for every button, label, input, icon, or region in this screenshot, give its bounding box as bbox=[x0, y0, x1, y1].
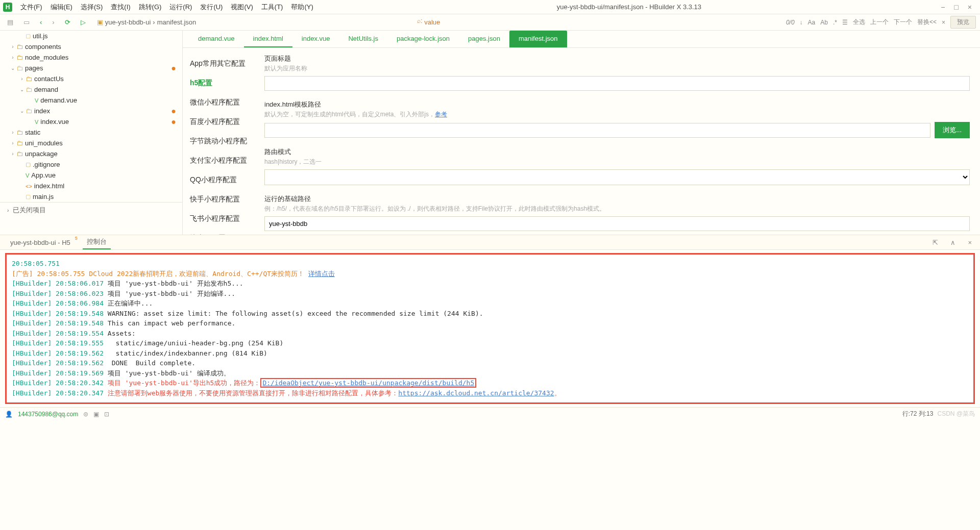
search-input[interactable] bbox=[422, 17, 565, 27]
closed-projects-label: 已关闭项目 bbox=[13, 206, 46, 214]
folder-icon: 🗀 bbox=[26, 86, 32, 93]
open-file-icon[interactable]: ▭ bbox=[20, 18, 33, 26]
menu-0[interactable]: 文件(F) bbox=[16, 3, 46, 11]
tree-item-node_modules[interactable]: ›🗀node_modules bbox=[0, 52, 182, 63]
run-icon[interactable]: ▷ bbox=[78, 18, 89, 26]
config-nav-8[interactable]: 飞书小程序配置 bbox=[183, 209, 254, 229]
tree-label: index bbox=[34, 107, 50, 115]
config-content: 页面标题 默认为应用名称 index.html模板路径 默认为空，可定制生成的h… bbox=[254, 48, 980, 235]
tree-item-main.js[interactable]: ▢main.js bbox=[0, 191, 182, 202]
back-icon[interactable]: ‹ bbox=[37, 18, 45, 26]
close-search-button[interactable]: × bbox=[942, 19, 945, 26]
status-icon-3[interactable]: ⊡ bbox=[104, 411, 109, 418]
config-nav-3[interactable]: 百度小程序配置 bbox=[183, 112, 254, 132]
chevron-icon: › bbox=[18, 76, 26, 82]
close-button[interactable]: × bbox=[968, 3, 972, 11]
minimize-button[interactable]: − bbox=[941, 3, 945, 11]
tree-item-static[interactable]: ›🗀static bbox=[0, 127, 182, 138]
config-nav-4[interactable]: 字节跳动小程序配 bbox=[183, 132, 254, 151]
tab-package-lock.json[interactable]: package-lock.json bbox=[387, 31, 459, 47]
down-arrow-icon[interactable]: ↓ bbox=[800, 19, 803, 26]
user-email[interactable]: 1443750986@qq.com bbox=[18, 411, 78, 418]
preview-button[interactable]: 预览 bbox=[950, 16, 976, 29]
panel-badge: 5 bbox=[75, 236, 78, 241]
tree-item-components[interactable]: ›🗀components bbox=[0, 41, 182, 52]
config-nav-2[interactable]: 微信小程序配置 bbox=[183, 93, 254, 112]
options-icon[interactable]: ☰ bbox=[842, 19, 848, 26]
panel-tab-build[interactable]: yue-yst-bbdb-ui - H55 bbox=[6, 237, 75, 248]
cursor-position: 行:72 列:13 bbox=[902, 410, 934, 418]
tab-demand.vue[interactable]: demand.vue bbox=[189, 31, 244, 47]
tree-label: demand bbox=[34, 86, 58, 93]
console-link[interactable]: 详情点击 bbox=[308, 270, 335, 277]
word-toggle[interactable]: Ab bbox=[820, 19, 828, 26]
tree-item-App.vue[interactable]: VApp.vue bbox=[0, 170, 182, 181]
tab-NetUtils.js[interactable]: NetUtils.js bbox=[339, 31, 387, 47]
route-select[interactable] bbox=[264, 169, 970, 185]
select-all-button[interactable]: 全选 bbox=[853, 18, 865, 27]
template-input[interactable] bbox=[264, 123, 930, 138]
tree-item-index.html[interactable]: <>index.html bbox=[0, 181, 182, 191]
console-link[interactable]: https://ask.dcloud.net.cn/article/37432 bbox=[398, 389, 554, 397]
config-nav-6[interactable]: QQ小程序配置 bbox=[183, 170, 254, 190]
tree-item-demand[interactable]: ⌄🗀demand bbox=[0, 84, 182, 95]
menu-7[interactable]: 视图(V) bbox=[227, 3, 257, 11]
panel-collapse-icon[interactable]: ∧ bbox=[948, 239, 958, 246]
config-nav-1[interactable]: h5配置 bbox=[183, 73, 254, 93]
tab-index.vue[interactable]: index.vue bbox=[292, 31, 339, 47]
tree-item-demand.vue[interactable]: Vdemand.vue bbox=[0, 95, 182, 106]
tree-item-contactUs[interactable]: ›🗀contactUs bbox=[0, 73, 182, 84]
config-nav-5[interactable]: 支付宝小程序配置 bbox=[183, 151, 254, 170]
closed-projects[interactable]: › 已关闭项目 bbox=[0, 202, 182, 218]
tree-item-uni_modules[interactable]: ›🗀uni_modules bbox=[0, 138, 182, 148]
prev-button[interactable]: 上一个 bbox=[870, 18, 889, 27]
panel-close-icon[interactable]: × bbox=[966, 239, 974, 246]
forward-icon[interactable]: › bbox=[49, 18, 57, 26]
panel-tab-console[interactable]: 控制台 bbox=[83, 235, 111, 249]
console-link[interactable]: D:/ideaObject/yue-yst-bbdb-ui/unpackage/… bbox=[260, 378, 476, 388]
tree-label: uni_modules bbox=[25, 139, 63, 147]
tree-item-pages[interactable]: ⌄🗀pages● bbox=[0, 63, 182, 73]
menu-9[interactable]: 帮助(Y) bbox=[287, 3, 317, 11]
menu-1[interactable]: 编辑(E) bbox=[46, 3, 77, 11]
next-button[interactable]: 下一个 bbox=[894, 18, 912, 27]
breadcrumb-root[interactable]: yue-yst-bbdb-ui bbox=[105, 18, 151, 26]
menu-6[interactable]: 发行(U) bbox=[196, 3, 227, 11]
status-icon-2[interactable]: ▣ bbox=[93, 411, 99, 418]
menu-2[interactable]: 选择(S) bbox=[77, 3, 107, 11]
panel-popout-icon[interactable]: ⇱ bbox=[930, 239, 940, 246]
config-nav-7[interactable]: 快手小程序配置 bbox=[183, 190, 254, 209]
tree-item-unpackage[interactable]: ›🗀unpackage bbox=[0, 148, 182, 159]
menubar: H 文件(F)编辑(E)选择(S)查找(I)跳转(G)运行(R)发行(U)视图(… bbox=[0, 0, 980, 14]
tree-item-index[interactable]: ⌄🗀index● bbox=[0, 106, 182, 116]
page-title-input[interactable] bbox=[264, 76, 970, 91]
case-toggle[interactable]: Aa bbox=[808, 19, 816, 26]
menu-5[interactable]: 运行(R) bbox=[165, 3, 196, 11]
regex-toggle[interactable]: .* bbox=[833, 19, 837, 26]
tree-item-.gitignore[interactable]: ▢.gitignore bbox=[0, 159, 182, 170]
user-icon: 👤 bbox=[5, 411, 13, 418]
console-output[interactable]: 20:58:05.751[广告] 20:58:05.755 DCloud 202… bbox=[5, 253, 975, 404]
menu-8[interactable]: 工具(T) bbox=[257, 3, 287, 11]
menu-3[interactable]: 查找(I) bbox=[107, 3, 134, 11]
status-icon-1[interactable]: ⊜ bbox=[83, 411, 88, 418]
file-icon: V bbox=[35, 97, 38, 104]
menu-4[interactable]: 跳转(G) bbox=[135, 3, 166, 11]
config-nav-9[interactable]: 快应用配置 bbox=[183, 229, 254, 235]
breadcrumb-file[interactable]: manifest.json bbox=[157, 18, 197, 26]
basepath-input[interactable] bbox=[264, 216, 970, 231]
tab-index.html[interactable]: index.html bbox=[244, 31, 292, 47]
replace-button[interactable]: 替换<< bbox=[917, 18, 937, 27]
template-hint-link[interactable]: 参考 bbox=[435, 111, 447, 118]
tab-pages.json[interactable]: pages.json bbox=[459, 31, 509, 47]
tab-manifest.json[interactable]: manifest.json bbox=[509, 31, 567, 47]
new-file-icon[interactable]: ▤ bbox=[4, 18, 16, 26]
modified-dot-icon: ● bbox=[171, 64, 176, 73]
breadcrumb-root-icon: ▣ bbox=[97, 18, 103, 26]
sync-icon[interactable]: ⟳ bbox=[62, 18, 74, 26]
maximize-button[interactable]: □ bbox=[954, 3, 958, 11]
config-nav-0[interactable]: App常用其它配置 bbox=[183, 54, 254, 73]
tree-item-util.js[interactable]: ▢util.js bbox=[0, 31, 182, 41]
browse-button[interactable]: 浏览... bbox=[935, 122, 970, 138]
tree-item-index.vue[interactable]: Vindex.vue● bbox=[0, 116, 182, 127]
